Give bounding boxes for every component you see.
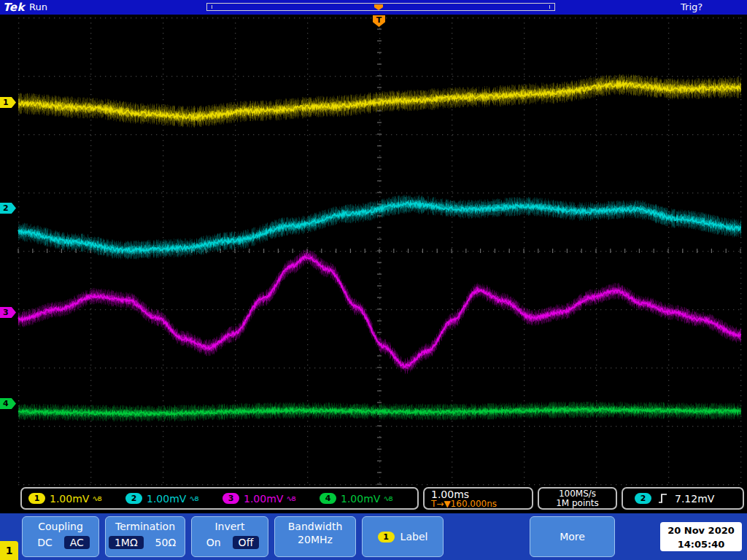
label-title: Label bbox=[400, 531, 428, 542]
channel2-readout: 2 1.00mV ∿ʙ bbox=[119, 493, 216, 505]
position-bar-tick bbox=[549, 5, 550, 9]
channel1-scale: 1.00mV bbox=[50, 493, 89, 505]
channel4-readout: 4 1.00mV ∿ʙ bbox=[313, 493, 410, 505]
termination-title: Termination bbox=[106, 521, 185, 532]
termination-option-1mohm[interactable]: 1MΩ bbox=[109, 536, 144, 549]
top-bar: Tek Run Trig? bbox=[0, 0, 747, 15]
bandwidth-button[interactable]: Bandwidth 20MHz bbox=[274, 516, 356, 557]
status-bar: 1 1.00mV ∿ʙ 2 1.00mV ∿ʙ 3 1.00mV ∿ʙ 4 1.… bbox=[0, 486, 747, 513]
active-channel-corner-badge: 1 bbox=[0, 541, 18, 560]
trigger-readout: 2 7.12mV bbox=[622, 487, 744, 510]
trigger-source-badge: 2 bbox=[635, 493, 651, 504]
more-title: More bbox=[560, 531, 585, 542]
channel3-scale: 1.00mV bbox=[244, 493, 283, 505]
date-text: 20 Nov 2020 bbox=[660, 524, 742, 537]
coupling-option-ac[interactable]: AC bbox=[64, 536, 90, 549]
trigger-level: 7.12mV bbox=[675, 493, 714, 505]
channel2-coupling-bw-icon: ∿ʙ bbox=[189, 494, 198, 502]
bandwidth-title: Bandwidth bbox=[275, 521, 355, 532]
menu-bar: Coupling DC AC Termination 1MΩ 50Ω Inver… bbox=[0, 513, 747, 560]
channel4-badge[interactable]: 4 bbox=[320, 493, 336, 504]
channel-readouts-box: 1 1.00mV ∿ʙ 2 1.00mV ∿ʙ 3 1.00mV ∿ʙ 4 1.… bbox=[20, 487, 419, 510]
trigger-status: Trig? bbox=[681, 1, 703, 12]
label-channel-badge: 1 bbox=[378, 532, 395, 542]
invert-option-off[interactable]: Off bbox=[233, 536, 260, 549]
rising-edge-icon bbox=[658, 493, 668, 504]
acquisition-status: Run bbox=[29, 1, 47, 12]
timebase-readout: 1.00ms T→▼160.000ns bbox=[423, 487, 533, 510]
trigger-delay-readout: T→▼160.000ns bbox=[431, 500, 525, 508]
channel4-coupling-bw-icon: ∿ʙ bbox=[383, 494, 392, 502]
label-button[interactable]: 1 Label bbox=[362, 516, 444, 557]
time-text: 14:05:40 bbox=[660, 537, 742, 551]
channel2-scale: 1.00mV bbox=[147, 493, 186, 505]
termination-option-50ohm[interactable]: 50Ω bbox=[150, 536, 182, 549]
channel4-scale: 1.00mV bbox=[341, 493, 380, 505]
channel3-coupling-bw-icon: ∿ʙ bbox=[286, 494, 295, 502]
scope-canvas bbox=[0, 15, 747, 486]
termination-button[interactable]: Termination 1MΩ 50Ω bbox=[105, 516, 185, 557]
channel3-readout: 3 1.00mV ∿ʙ bbox=[216, 493, 313, 505]
position-bar-tick bbox=[212, 5, 212, 9]
invert-option-on[interactable]: On bbox=[201, 536, 227, 549]
channel1-coupling-bw-icon: ∿ʙ bbox=[92, 494, 101, 502]
invert-title: Invert bbox=[192, 521, 268, 532]
channel1-readout: 1 1.00mV ∿ʙ bbox=[22, 493, 119, 505]
channel3-badge[interactable]: 3 bbox=[222, 493, 239, 504]
channel2-badge[interactable]: 2 bbox=[125, 493, 142, 504]
invert-button[interactable]: Invert On Off bbox=[191, 516, 268, 557]
datetime-box: 20 Nov 2020 14:05:40 bbox=[660, 522, 742, 551]
coupling-title: Coupling bbox=[23, 521, 98, 532]
more-button[interactable]: More bbox=[530, 516, 615, 557]
channel1-badge[interactable]: 1 bbox=[28, 493, 45, 504]
acquisition-position-bar bbox=[206, 3, 555, 11]
trigger-position-marker-icon[interactable] bbox=[374, 4, 383, 10]
coupling-option-dc[interactable]: DC bbox=[31, 536, 58, 549]
record-length: 1M points bbox=[539, 499, 616, 508]
acquisition-readout: 100MS/s 1M points bbox=[538, 487, 617, 510]
tek-logo: Tek bbox=[3, 1, 25, 14]
coupling-button[interactable]: Coupling DC AC bbox=[22, 516, 99, 557]
bandwidth-value: 20MHz bbox=[275, 534, 355, 545]
